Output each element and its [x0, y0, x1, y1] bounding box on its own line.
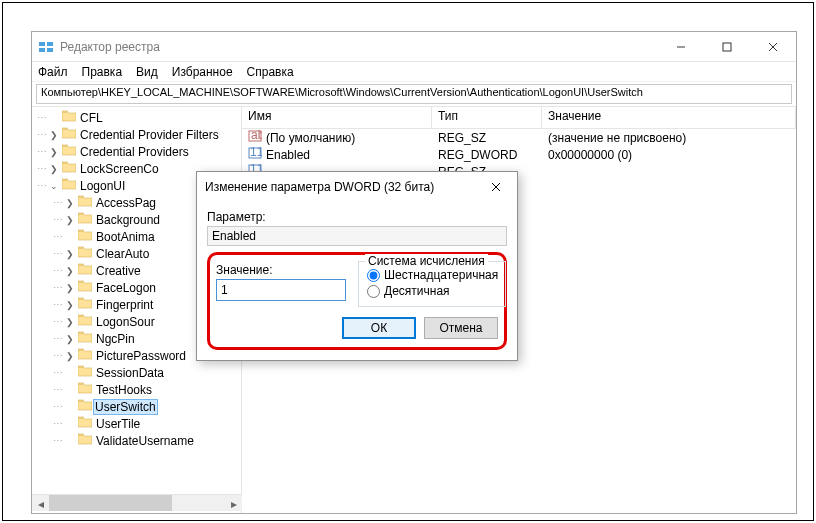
menu-favorites[interactable]: Избранное: [172, 65, 233, 79]
dialog-close-button[interactable]: [479, 175, 513, 199]
tree-label: UserTile: [94, 417, 142, 431]
ok-button[interactable]: ОК: [342, 317, 416, 339]
folder-icon: [78, 212, 92, 227]
expander-icon[interactable]: ❯: [64, 299, 76, 311]
value-type-icon: 110: [248, 146, 262, 163]
col-header-value[interactable]: Значение: [542, 107, 796, 128]
tree-node[interactable]: ⋯ SessionData: [52, 364, 241, 381]
svg-rect-0: [39, 42, 45, 46]
minimize-button[interactable]: [658, 32, 704, 62]
horizontal-scrollbar[interactable]: ◂ ▸: [32, 494, 242, 511]
expander-icon[interactable]: ❯: [64, 350, 76, 362]
value-type-icon: ab: [248, 129, 262, 146]
expander-icon[interactable]: ❯: [48, 129, 60, 141]
tree-label: ValidateUsername: [94, 434, 196, 448]
tree-label: Credential Providers: [78, 145, 191, 159]
value-label: Значение:: [216, 263, 346, 277]
value-name: (По умолчанию): [266, 131, 355, 145]
tree-label: Background: [94, 213, 162, 227]
tree-node[interactable]: ⋯ ValidateUsername: [52, 432, 241, 449]
expander-icon[interactable]: ❯: [64, 248, 76, 260]
folder-icon: [78, 314, 92, 329]
value-type: REG_SZ: [432, 131, 542, 145]
radio-dec-label: Десятичная: [384, 284, 450, 298]
svg-text:ab: ab: [251, 129, 262, 142]
tree-node[interactable]: ⋯ CFL: [36, 109, 241, 126]
svg-text:110: 110: [250, 146, 262, 159]
expander-icon[interactable]: ❯: [64, 265, 76, 277]
highlight-annotation: Значение: Система исчисления Шестнадцате…: [207, 252, 507, 350]
tree-label: Credential Provider Filters: [78, 128, 221, 142]
folder-icon: [62, 178, 76, 193]
expander-icon[interactable]: ❯: [48, 146, 60, 158]
param-field: Enabled: [207, 226, 507, 246]
expander-icon[interactable]: [64, 384, 76, 396]
expander-icon[interactable]: ⌄: [48, 180, 60, 192]
folder-icon: [62, 161, 76, 176]
folder-icon: [78, 246, 92, 261]
expander-icon[interactable]: ❯: [64, 316, 76, 328]
base-group: Система исчисления Шестнадцатеричная Дес…: [358, 261, 506, 307]
close-button[interactable]: [750, 32, 796, 62]
tree-label: TestHooks: [94, 383, 154, 397]
menubar: Файл Правка Вид Избранное Справка: [32, 62, 796, 82]
expander-icon[interactable]: [64, 231, 76, 243]
radio-hex[interactable]: Шестнадцатеричная: [367, 268, 497, 282]
menu-help[interactable]: Справка: [247, 65, 294, 79]
list-row[interactable]: ab(По умолчанию)REG_SZ(значение не присв…: [242, 129, 796, 146]
tree-node[interactable]: ⋯❯Credential Provider Filters: [36, 126, 241, 143]
scroll-left-icon[interactable]: ◂: [32, 495, 49, 512]
expander-icon[interactable]: ❯: [64, 333, 76, 345]
tree-node[interactable]: ⋯ UserTile: [52, 415, 241, 432]
svg-rect-5: [723, 43, 731, 51]
dialog-title: Изменение параметра DWORD (32 бита): [205, 180, 479, 194]
app-icon: [38, 39, 54, 55]
expander-icon[interactable]: [64, 418, 76, 430]
address-bar[interactable]: Компьютер\HKEY_LOCAL_MACHINE\SOFTWARE\Mi…: [36, 84, 792, 104]
folder-icon: [62, 144, 76, 159]
menu-view[interactable]: Вид: [136, 65, 158, 79]
expander-icon[interactable]: ❯: [64, 197, 76, 209]
expander-icon[interactable]: ❯: [48, 163, 60, 175]
scrollbar-thumb[interactable]: [49, 495, 172, 511]
maximize-button[interactable]: [704, 32, 750, 62]
tree-node[interactable]: ⋯❯Credential Providers: [36, 143, 241, 160]
radio-dec-input[interactable]: [367, 285, 380, 298]
value-data: 0x00000000 (0): [542, 148, 796, 162]
radio-dec[interactable]: Десятичная: [367, 284, 497, 298]
folder-icon: [62, 110, 76, 125]
scroll-right-icon[interactable]: ▸: [225, 495, 242, 512]
expander-icon[interactable]: ❯: [64, 214, 76, 226]
folder-icon: [78, 297, 92, 312]
folder-icon: [78, 382, 92, 397]
radio-hex-label: Шестнадцатеричная: [384, 268, 498, 282]
tree-label: LockScreenCo: [78, 162, 161, 176]
expander-icon[interactable]: [64, 367, 76, 379]
tree-node[interactable]: ⋯ UserSwitch: [52, 398, 241, 415]
folder-icon: [78, 416, 92, 431]
svg-rect-2: [39, 48, 45, 52]
tree-node[interactable]: ⋯ TestHooks: [52, 381, 241, 398]
dword-edit-dialog: Изменение параметра DWORD (32 бита) Пара…: [196, 171, 518, 361]
col-header-type[interactable]: Тип: [432, 107, 542, 128]
folder-icon: [62, 127, 76, 142]
expander-icon[interactable]: ❯: [64, 282, 76, 294]
window-title: Редактор реестра: [60, 40, 658, 54]
list-header: Имя Тип Значение: [242, 107, 796, 129]
list-row[interactable]: 110EnabledREG_DWORD0x00000000 (0): [242, 146, 796, 163]
expander-icon[interactable]: [48, 112, 60, 124]
value-name: Enabled: [266, 148, 310, 162]
menu-file[interactable]: Файл: [38, 65, 68, 79]
menu-edit[interactable]: Правка: [82, 65, 123, 79]
expander-icon[interactable]: [64, 435, 76, 447]
titlebar[interactable]: Редактор реестра: [32, 32, 796, 62]
value-input[interactable]: [216, 279, 346, 301]
folder-icon: [78, 365, 92, 380]
col-header-name[interactable]: Имя: [242, 107, 432, 128]
radio-hex-input[interactable]: [367, 269, 380, 282]
expander-icon[interactable]: [64, 401, 76, 413]
tree-label: LogonUI: [78, 179, 127, 193]
dialog-titlebar[interactable]: Изменение параметра DWORD (32 бита): [197, 172, 517, 202]
cancel-button[interactable]: Отмена: [424, 317, 498, 339]
folder-icon: [78, 399, 92, 414]
